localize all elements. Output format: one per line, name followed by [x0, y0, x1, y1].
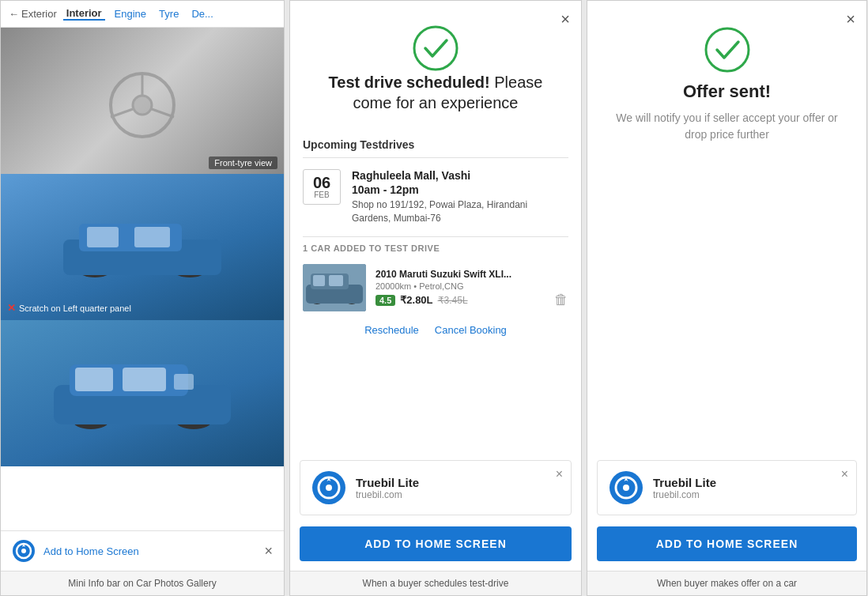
svg-rect-16 — [123, 368, 166, 391]
scratch-x-icon: ✕ — [7, 302, 16, 314]
car-images: Front-tyre view ✕ Scratch on Left quarte… — [1, 28, 284, 530]
svg-rect-9 — [87, 227, 119, 247]
car-thumb — [303, 264, 366, 311]
car-km: 20000km • Petrol,CNG — [376, 281, 545, 291]
success-check-icon — [412, 25, 459, 72]
svg-rect-27 — [313, 275, 325, 286]
truebil-banner-right: Truebil Lite truebil.com × — [597, 460, 857, 515]
price-current: ₹2.80L — [400, 294, 432, 306]
truebil-icon-small — [12, 539, 36, 563]
truebil-info-right: Truebil Lite truebil.com — [653, 476, 845, 500]
car-name: 2010 Maruti Suzuki Swift XLI... — [376, 269, 545, 280]
title-bold: Test drive scheduled! — [329, 74, 490, 91]
truebil-app-name-middle: Truebil Lite — [356, 476, 560, 489]
add-home-left: Add to Home Screen — [12, 539, 139, 563]
truebil-app-url-right: truebil.com — [653, 489, 845, 500]
truebil-app-name-right: Truebil Lite — [653, 476, 845, 489]
nav-tabs: ← Exterior Interior Engine Tyre De... — [1, 1, 284, 28]
add-home-bar: Add to Home Screen × — [1, 530, 284, 571]
cancel-booking-link[interactable]: Cancel Booking — [435, 324, 507, 336]
car-image-3 — [1, 320, 284, 466]
svg-line-4 — [152, 109, 174, 117]
truebil-banner-middle: Truebil Lite truebil.com × — [300, 460, 572, 515]
drive-details: Raghuleela Mall, Vashi 10am - 12pm Shop … — [352, 169, 568, 225]
scratch-label: ✕ Scratch on Left quarter panel — [7, 302, 131, 314]
offer-check-icon — [704, 26, 751, 74]
section-label: Upcoming Testdrives — [290, 129, 581, 157]
date-box: 06 FEB — [303, 169, 341, 205]
offer-title: Offer sent! — [587, 81, 866, 102]
date-month: FEB — [314, 190, 329, 199]
svg-point-20 — [21, 549, 26, 553]
svg-rect-28 — [329, 275, 343, 286]
svg-point-1 — [133, 96, 152, 115]
image-label-1: Front-tyre view — [209, 157, 277, 169]
tab-engine[interactable]: Engine — [111, 8, 149, 20]
price-old: ₹3.45L — [438, 295, 468, 306]
back-label[interactable]: Exterior — [21, 8, 57, 20]
car-image-1: Front-tyre view — [1, 28, 284, 174]
car-info: 2010 Maruti Suzuki Swift XLI... 20000km … — [376, 269, 545, 306]
middle-caption: When a buyer schedules test-drive — [290, 571, 581, 595]
drive-time: 10am - 12pm — [352, 183, 568, 196]
left-caption: Mini Info bar on Car Photos Gallery — [1, 571, 284, 595]
tab-more[interactable]: De... — [188, 8, 216, 20]
add-home-button-middle[interactable]: ADD TO HOME SCREEN — [300, 526, 572, 561]
right-caption: When buyer makes offer on a car — [587, 571, 866, 595]
tab-interior[interactable]: Interior — [63, 7, 105, 21]
truebil-logo-middle — [311, 470, 346, 505]
action-links: Reschedule Cancel Booking — [290, 318, 581, 349]
modal-header: Test drive scheduled! Please come for an… — [290, 1, 581, 129]
test-drive-item: 06 FEB Raghuleela Mall, Vashi 10am - 12p… — [290, 158, 581, 236]
middle-close-button[interactable]: × — [560, 10, 570, 28]
car-price-row: 4.5 ₹2.80L ₹3.45L — [376, 294, 545, 306]
truebil-info-middle: Truebil Lite truebil.com — [356, 476, 560, 500]
modal-title: Test drive scheduled! Please come for an… — [314, 72, 557, 113]
svg-rect-17 — [174, 374, 194, 390]
back-button[interactable]: ← Exterior — [9, 8, 57, 20]
svg-point-21 — [414, 27, 457, 70]
add-home-text[interactable]: Add to Home Screen — [43, 545, 139, 557]
svg-point-31 — [326, 485, 332, 491]
right-close-button[interactable]: × — [846, 10, 855, 28]
svg-point-35 — [623, 485, 629, 491]
add-home-button-right[interactable]: ADD TO HOME SCREEN — [597, 526, 857, 561]
tab-tyre[interactable]: Tyre — [156, 8, 182, 20]
right-panel: × Offer sent! We will notify you if sell… — [587, 0, 867, 596]
svg-rect-15 — [75, 368, 113, 391]
delete-car-button[interactable]: 🗑 — [554, 292, 568, 311]
svg-point-32 — [706, 28, 749, 71]
truebil-app-url-middle: truebil.com — [356, 489, 560, 500]
drive-address: Shop no 191/192, Powai Plaza, Hirandani … — [352, 198, 568, 225]
car-added-label: 1 CAR ADDED TO TEST DRIVE — [290, 237, 581, 258]
left-panel: ← Exterior Interior Engine Tyre De... Fr… — [0, 0, 285, 596]
truebil-logo-right — [609, 470, 643, 505]
reschedule-link[interactable]: Reschedule — [364, 324, 419, 336]
date-number: 06 — [313, 175, 330, 190]
offer-icon-row — [587, 1, 866, 81]
banner-close-middle[interactable]: × — [556, 467, 563, 481]
close-bar-button[interactable]: × — [264, 543, 273, 560]
back-arrow-icon: ← — [9, 8, 19, 20]
car-image-2: ✕ Scratch on Left quarter panel — [1, 174, 284, 320]
svg-rect-10 — [134, 227, 170, 247]
rating-badge: 4.5 — [376, 295, 395, 306]
scratch-text: Scratch on Left quarter panel — [19, 304, 131, 313]
banner-close-right[interactable]: × — [841, 467, 848, 481]
car-item: 2010 Maruti Suzuki Swift XLI... 20000km … — [290, 258, 581, 318]
offer-subtitle: We will notify you if seller accept your… — [587, 110, 866, 143]
location-name: Raghuleela Mall, Vashi — [352, 169, 568, 182]
svg-line-3 — [111, 109, 133, 117]
middle-panel: × Test drive scheduled! Please come for … — [289, 0, 582, 596]
